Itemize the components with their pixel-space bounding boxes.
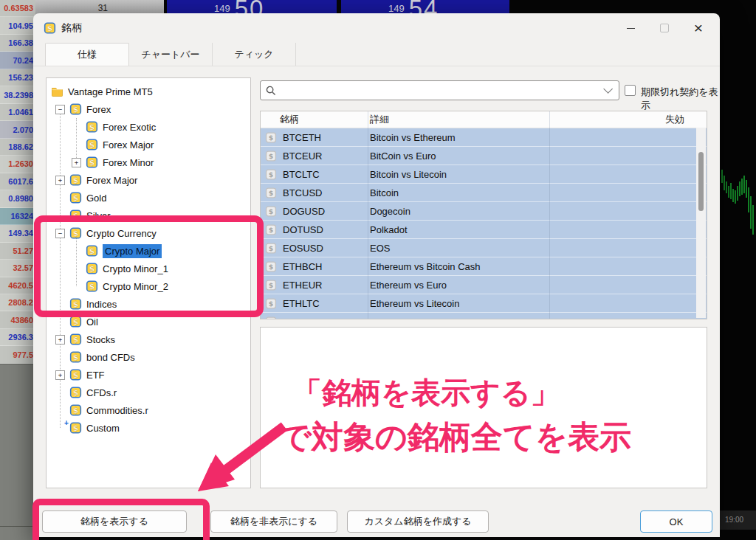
tab-strip: 仕様 チャートバー ティック: [33, 43, 720, 66]
table-row[interactable]: ETHEUR Ethereum vs Euro: [261, 276, 707, 294]
tree-item-forex-major[interactable]: Forex Major: [47, 171, 250, 189]
symbol-group-icon: [69, 103, 82, 115]
price-cell: 104.95: [0, 17, 35, 34]
chart-time-label: 19:00: [725, 516, 743, 524]
table-scrollbar[interactable]: [696, 128, 706, 318]
symbol-icon: [265, 206, 277, 217]
custom-plus-badge: +: [64, 419, 69, 427]
column-header-description[interactable]: 詳細: [370, 113, 389, 126]
table-row[interactable]: ETHLTC Ethereum vs Litecoin: [261, 294, 707, 313]
price-cell: 1.2630: [0, 156, 35, 173]
tree-item-cfds-r[interactable]: CFDs.r: [47, 384, 250, 401]
symbol-cell: DOGUSD: [283, 206, 325, 217]
symbol-icon: [265, 280, 277, 291]
show-expired-label: 期限切れ契約を表示: [641, 86, 720, 112]
symbol-cell: BTCETH: [283, 132, 321, 143]
price-cell: 0.8980: [0, 190, 35, 207]
table-row[interactable]: TRUMPUSD TrumpCoin: [261, 313, 707, 319]
tree-item-label: CFDs.r: [86, 387, 117, 398]
tree-item-label: ETF: [86, 370, 105, 381]
title-bar[interactable]: 銘柄: [33, 13, 720, 43]
expand-icon[interactable]: [55, 370, 65, 380]
price-cell: 6017.6: [0, 173, 35, 190]
symbol-cell: EOSUSD: [283, 243, 323, 254]
tree-item-custom[interactable]: + Custom: [47, 419, 250, 437]
tree-item-gold[interactable]: Gold: [47, 189, 250, 207]
table-row[interactable]: DOTUSD Polkadot: [261, 221, 707, 239]
tree-item-etf[interactable]: ETF: [47, 366, 250, 384]
expand-icon[interactable]: [55, 335, 65, 345]
tree-item-label: Forex: [86, 104, 111, 115]
tree-item-label: Oil: [86, 316, 98, 328]
folder-icon: [51, 86, 63, 97]
price-cell: 2808.2: [0, 294, 35, 311]
symbol-icon: [265, 150, 277, 162]
table-row[interactable]: BTCUSD Bitcoin: [261, 184, 707, 202]
tree-item-forex[interactable]: Forex: [47, 100, 250, 118]
tree-item-bond-cfds[interactable]: bond CFDs: [47, 348, 250, 366]
tree-item-commodities-r[interactable]: Commodities.r: [47, 401, 250, 419]
tree-item-root[interactable]: Vantage Prime MT5: [47, 83, 250, 100]
ok-button[interactable]: OK: [640, 510, 712, 533]
symbol-search-input[interactable]: [260, 80, 619, 100]
symbol-cell: ETHEUR: [283, 280, 322, 291]
description-cell: Bitcoin vs Ethereum: [370, 132, 456, 143]
tree-item-label: Forex Exotic: [103, 122, 156, 133]
tree-item-forex-minor[interactable]: Forex Minor: [47, 153, 250, 171]
symbol-cell: TRUMPUSD: [283, 316, 337, 320]
hide-symbol-button[interactable]: 銘柄を非表示にする: [210, 510, 337, 533]
tree-item-stocks[interactable]: Stocks: [47, 330, 250, 348]
description-cell: Ethereum vs Litecoin: [370, 298, 459, 309]
tree-item-label: Gold: [86, 193, 106, 204]
background-chart-candles: [720, 161, 756, 246]
table-row[interactable]: BTCETH Bitcoin vs Ethereum: [261, 128, 707, 147]
tree-item-label: Vantage Prime MT5: [68, 86, 153, 97]
column-header-expiration[interactable]: 失効: [665, 113, 684, 126]
symbol-icon: [265, 243, 277, 254]
window-controls: [614, 13, 715, 43]
symbol-cell: BTCLTC: [283, 169, 320, 180]
description-cell: Ethereum vs Euro: [370, 280, 447, 291]
tree-item-label: Custom: [86, 423, 120, 434]
column-divider: [368, 111, 368, 319]
symbol-icon: [265, 298, 277, 309]
tree-item-label: Commodities.r: [86, 405, 148, 416]
symbol-group-icon: [86, 156, 98, 168]
scrollbar-thumb[interactable]: [698, 152, 704, 211]
tree-item-forex-major-sub[interactable]: Forex Major: [47, 136, 250, 153]
price-cell: 32.57: [0, 260, 35, 277]
bid-price-prefix: 149: [214, 3, 230, 14]
minimize-button[interactable]: [614, 13, 647, 43]
price-cell: 2.070: [0, 121, 35, 138]
collapse-icon[interactable]: [55, 105, 65, 114]
table-row[interactable]: BTCLTC Bitcoin vs Litecoin: [261, 165, 707, 184]
price-cell: 16324: [0, 208, 35, 225]
tab-ticks[interactable]: ティック: [213, 43, 296, 66]
column-header-symbol[interactable]: 銘柄: [280, 113, 299, 126]
price-cell: 43860: [0, 311, 35, 328]
tab-chart-bars[interactable]: チャートバー: [129, 43, 213, 66]
show-expired-checkbox[interactable]: [625, 85, 636, 96]
tree-item-forex-exotic[interactable]: Forex Exotic: [47, 118, 250, 136]
table-row[interactable]: EOSUSD EOS: [261, 239, 707, 257]
close-button[interactable]: [681, 13, 715, 43]
maximize-button[interactable]: [647, 13, 681, 43]
tab-specification[interactable]: 仕様: [45, 43, 129, 66]
table-header[interactable]: 銘柄 詳細 失効: [261, 111, 707, 128]
screenshot-root: $ $ 0.63583 104.95 166.38 70.24 156.23 3…: [0, 0, 756, 540]
description-cell: Dogecoin: [370, 206, 410, 217]
symbols-table[interactable]: 銘柄 詳細 失効 BTCETH Bitcoin vs Ethereum BTCE…: [260, 111, 707, 319]
symbol-group-icon: [86, 139, 98, 150]
create-custom-symbol-button[interactable]: カスタム銘柄を作成する: [347, 510, 489, 533]
table-row[interactable]: ETHBCH Ethereum vs Bitcoin Cash: [261, 257, 707, 276]
expand-icon[interactable]: [55, 176, 65, 185]
annotation-text-line1: 「銘柄を表示する」: [292, 373, 560, 413]
tree-item-label: Forex Major: [103, 139, 154, 150]
table-row[interactable]: BTCEUR BitCoin vs Euro: [261, 147, 707, 165]
chevron-down-icon[interactable]: [603, 84, 613, 94]
expand-icon[interactable]: [72, 158, 81, 167]
description-cell: Ethereum vs Bitcoin Cash: [370, 261, 481, 272]
tree-item-label: Forex Major: [86, 175, 137, 186]
table-row[interactable]: DOGUSD Dogecoin: [261, 202, 707, 221]
symbol-cell: ETHBCH: [283, 261, 322, 272]
